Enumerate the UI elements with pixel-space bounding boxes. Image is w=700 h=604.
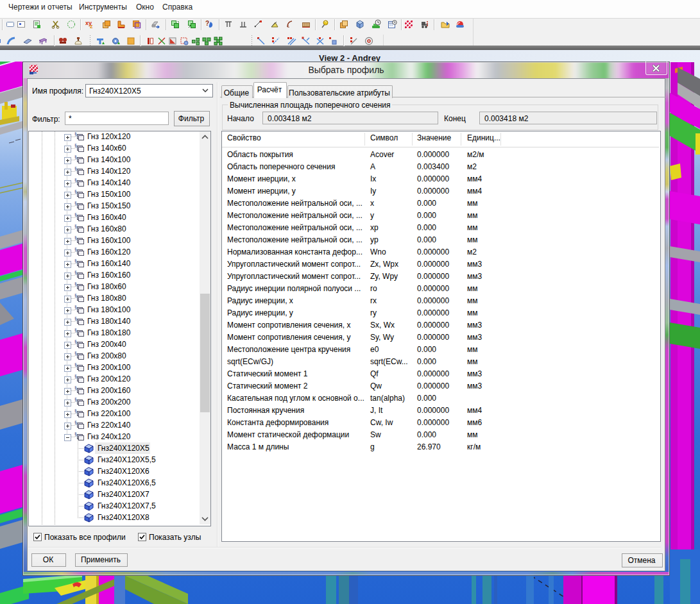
svg-text:§: §: [74, 258, 77, 264]
svg-text:§: §: [74, 224, 77, 230]
svg-text:§: §: [74, 316, 77, 322]
svg-text:§: §: [74, 305, 77, 310]
svg-text:§: §: [74, 155, 77, 160]
svg-text:§: §: [74, 328, 77, 333]
svg-text:§: §: [74, 293, 77, 299]
svg-text:§: §: [74, 270, 77, 276]
svg-text:§: §: [74, 166, 77, 172]
svg-text:§: §: [74, 374, 77, 380]
svg-text:?: ?: [205, 20, 209, 27]
svg-text:§: §: [74, 201, 77, 206]
svg-text:§: §: [74, 189, 77, 195]
svg-text:§: §: [74, 432, 77, 437]
svg-text:§: §: [74, 351, 77, 357]
svg-text:§: §: [74, 397, 77, 403]
svg-text:§: §: [74, 420, 77, 426]
svg-text:§: §: [74, 408, 77, 414]
svg-text:§: §: [74, 281, 77, 287]
svg-text:§: §: [74, 178, 77, 183]
svg-text:z: z: [90, 23, 93, 29]
svg-text:§: §: [74, 143, 77, 149]
svg-text:§: §: [74, 362, 77, 368]
svg-text:§: §: [74, 131, 77, 137]
svg-text:§: §: [74, 235, 77, 241]
svg-text:§: §: [74, 247, 77, 253]
svg-text:§: §: [74, 339, 77, 345]
svg-text:§: §: [74, 212, 77, 218]
svg-text:§: §: [74, 385, 77, 391]
